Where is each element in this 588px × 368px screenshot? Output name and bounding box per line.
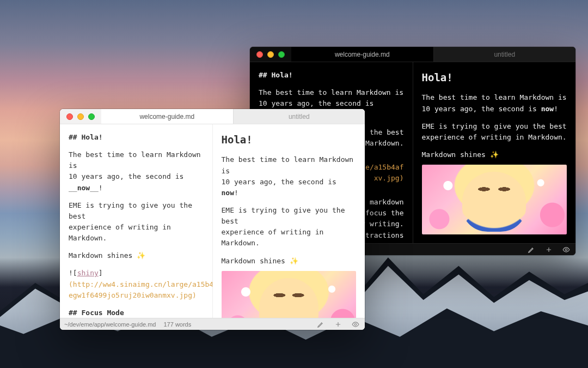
preview-line: Markdown shines ✨ <box>222 256 357 267</box>
svg-point-0 <box>565 249 567 251</box>
tab-welcome-guide[interactable]: welcome-guide.md <box>101 109 233 124</box>
eye-icon[interactable] <box>561 246 571 254</box>
sparkle-icon: ✨ <box>137 251 145 260</box>
line: experience of writing in Markdown. <box>69 222 204 244</box>
preview-line: experience of writing in Markdown. <box>422 132 567 143</box>
sparkle-icon: ✨ <box>290 257 298 265</box>
tab-untitled[interactable]: untitled <box>433 47 576 62</box>
tab-welcome-guide[interactable]: welcome-guide.md <box>291 47 433 62</box>
line: ## Hola! <box>69 132 204 143</box>
file-path: ~/dev/eme/app/welcome-guide.md <box>64 321 156 328</box>
titlebar[interactable]: welcome-guide.md untitled <box>60 109 365 124</box>
pencil-icon[interactable] <box>526 246 536 254</box>
status-bar: ~/dev/eme/app/welcome-guide.md 177 words <box>60 318 365 330</box>
titlebar[interactable]: welcome-guide.md untitled <box>250 47 575 62</box>
eye-icon[interactable] <box>351 321 360 328</box>
preview-line: experience of writing in Markdown. <box>222 227 357 249</box>
line: ## Focus Mode <box>69 307 204 318</box>
plus-icon[interactable] <box>333 321 343 328</box>
preview-line: The best time to learn Markdown is <box>422 92 567 103</box>
preview-image-shiny <box>222 271 357 318</box>
tab-untitled[interactable]: untitled <box>233 109 365 124</box>
preview-line: The best time to learn Markdown is <box>222 154 357 176</box>
minimize-icon[interactable] <box>267 51 274 58</box>
line: ## Hola! <box>259 70 404 81</box>
window-controls <box>250 47 291 62</box>
sparkle-icon: ✨ <box>490 150 499 159</box>
plus-icon[interactable] <box>544 246 554 254</box>
word-count: 177 words <box>163 321 191 328</box>
markdown-preview-pane[interactable]: Hola! The best time to learn Markdown is… <box>212 124 365 318</box>
minimize-icon[interactable] <box>77 113 84 120</box>
image-url: (http://ww4.sinaimg.cn/large/a15b4af <box>69 279 204 290</box>
line: EME is trying to give you the best <box>69 200 204 222</box>
zoom-icon[interactable] <box>278 51 285 58</box>
line: The best time to learn Markdown is <box>69 149 204 171</box>
pencil-icon[interactable] <box>316 321 326 328</box>
image-syntax: ![shiny] <box>69 268 204 279</box>
preview-line: EME is trying to give you the best <box>222 205 357 227</box>
preview-image-shiny <box>422 165 567 234</box>
svg-point-1 <box>354 323 357 325</box>
editor-body: ## Hola! The best time to learn Markdown… <box>60 124 365 318</box>
close-icon[interactable] <box>256 51 263 58</box>
markdown-source-pane[interactable]: ## Hola! The best time to learn Markdown… <box>60 124 212 318</box>
zoom-icon[interactable] <box>88 113 95 120</box>
markdown-preview-pane[interactable]: Hola! The best time to learn Markdown is… <box>413 62 576 243</box>
line: The best time to learn Markdown is <box>259 87 404 98</box>
line: Markdown shines ✨ <box>69 250 204 261</box>
close-icon[interactable] <box>66 113 73 120</box>
window-controls <box>60 109 101 124</box>
preview-heading: Hola! <box>422 70 567 86</box>
line: 10 years ago, the second is __now__! <box>69 171 204 193</box>
preview-line: 10 years ago, the second is now! <box>422 104 567 114</box>
editor-window-light: welcome-guide.md untitled ## Hola! The b… <box>60 109 365 330</box>
preview-line: Markdown shines ✨ <box>422 149 567 160</box>
image-url: egw1f6499jo5ruj20iw0anmxv.jpg) <box>69 290 204 301</box>
preview-heading: Hola! <box>222 132 357 148</box>
preview-line: 10 years ago, the second is now! <box>222 177 357 198</box>
preview-line: EME is trying to give you the best <box>422 121 567 132</box>
